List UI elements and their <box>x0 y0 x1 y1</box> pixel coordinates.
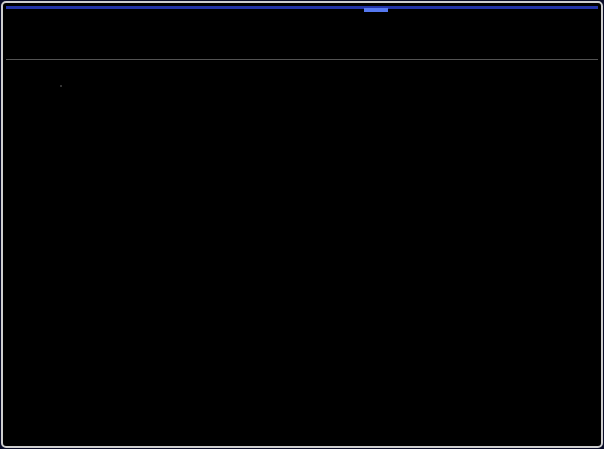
marker-readout <box>32 61 38 75</box>
marker-dot <box>60 85 62 87</box>
top-accent-strip <box>6 6 598 9</box>
spectrum-analyzer-screen <box>0 0 604 449</box>
header-divider <box>6 59 598 60</box>
display-frame <box>1 1 603 448</box>
spectrum-plot[interactable] <box>60 85 600 434</box>
plot-background <box>60 85 600 434</box>
frame-length-setting[interactable] <box>3 11 603 26</box>
nbw-setting[interactable] <box>3 27 603 42</box>
input-att-setting[interactable] <box>3 43 303 58</box>
